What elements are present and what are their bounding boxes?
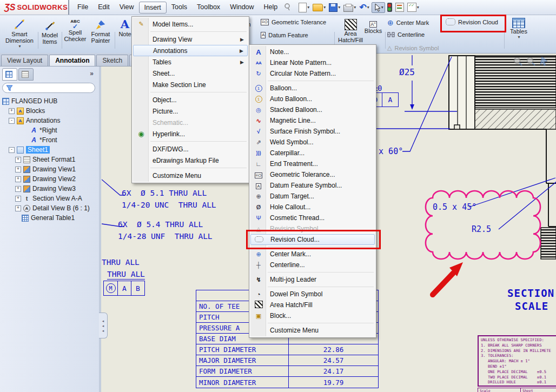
expand-toggle[interactable]: + bbox=[15, 167, 21, 172]
tree-item-detail-view[interactable]: + A Detail View B (6 : 1) bbox=[15, 203, 90, 213]
format-painter-button[interactable]: Format Painter bbox=[88, 19, 114, 44]
tab-view-layout[interactable]: View Layout bbox=[1, 55, 48, 66]
submenu-item-linear-note-pattern[interactable]: AALinear Note Pattern... bbox=[250, 57, 375, 68]
print-button[interactable]: ▾ bbox=[342, 3, 357, 12]
save-button[interactable]: ▾ bbox=[328, 3, 341, 12]
tree-item-drawing-view2[interactable]: + Drawing View2 bbox=[15, 174, 76, 184]
expand-toggle[interactable]: + bbox=[15, 157, 21, 163]
revision-symbol-button[interactable]: △ Revision Symbol bbox=[387, 44, 439, 51]
tree-item-section-view[interactable]: + t Section View A-A bbox=[15, 194, 82, 203]
undo-button[interactable]: ↶▾ bbox=[358, 3, 370, 12]
hole-callout-1-line1[interactable]: 6X Ø 5.1 THRU ALL bbox=[122, 189, 207, 197]
tables-button[interactable]: Tables ▾ bbox=[506, 18, 531, 39]
submenu-item-datum-feature-symbol[interactable]: ADatum Feature Symbol... bbox=[250, 180, 375, 191]
panel-expand-chevron[interactable]: » bbox=[90, 70, 94, 77]
submenu-item-datum-target[interactable]: ⊕Datum Target... bbox=[250, 191, 375, 202]
tree-item-blocks[interactable]: + A Blocks bbox=[9, 106, 45, 116]
tree-item-drawing-view3[interactable]: + Drawing View3 bbox=[15, 184, 76, 194]
smart-dimension-caret[interactable]: ▾ bbox=[18, 44, 21, 49]
tree-item-drawing-view1[interactable]: + Drawing View1 bbox=[15, 164, 76, 174]
new-document-button[interactable]: ▾ bbox=[297, 2, 310, 13]
revision-cloud-button[interactable]: Revision Cloud bbox=[446, 18, 498, 25]
submenu-item-multi-jog-leader[interactable]: ↯Multi-jog Leader bbox=[250, 274, 375, 285]
expand-toggle[interactable]: + bbox=[15, 205, 21, 211]
menu-item-hyperlink[interactable]: ◉ Hyperlink... bbox=[133, 128, 248, 139]
menu-window[interactable]: Window bbox=[225, 2, 259, 14]
submenu-item-magnetic-line[interactable]: ∿Magnetic Line... bbox=[250, 115, 375, 126]
performance-button[interactable] bbox=[386, 2, 393, 12]
hole-callout-1-line2[interactable]: 1/4-20 UNC THRU ALL bbox=[122, 201, 216, 209]
menu-item-customize-menu[interactable]: Customize Menu bbox=[133, 170, 248, 181]
submenu-item-hole-callout[interactable]: ØHole Callout... bbox=[250, 202, 375, 212]
menu-view[interactable]: View bbox=[115, 2, 139, 14]
submenu-item-cosmetic-thread[interactable]: ΨCosmetic Thread... bbox=[250, 212, 375, 223]
feature-tree-tab[interactable] bbox=[2, 68, 17, 81]
menu-item-edrawings-markup[interactable]: eDrawings Markup File bbox=[133, 155, 248, 166]
menu-item-make-section-line[interactable]: Make Section Line bbox=[133, 79, 248, 90]
submenu-item-center-mark[interactable]: ⊕Center Mark... bbox=[250, 249, 375, 260]
tree-item-sheet1[interactable]: - Sheet1 bbox=[9, 145, 50, 155]
submenu-item-balloon[interactable]: 1Balloon... bbox=[250, 83, 375, 94]
submenu-item-centerline[interactable]: ┼Centerline... bbox=[250, 260, 375, 270]
centerline-button[interactable]: Centerline bbox=[387, 31, 425, 38]
hole-callout-2-line1[interactable]: 6X Ø 5.4 THRU ALL bbox=[118, 220, 203, 229]
menu-item-sheet[interactable]: Sheet... bbox=[133, 68, 248, 79]
open-button[interactable]: ▾ bbox=[312, 3, 327, 12]
submenu-item-revision-cloud[interactable]: Revision Cloud... bbox=[250, 234, 375, 245]
hole-callout-2-line2[interactable]: 1/4-28 UNF THRU ALL bbox=[118, 232, 213, 241]
datum-feature-control-frame[interactable]: M A B bbox=[103, 281, 145, 296]
expand-toggle[interactable]: + bbox=[9, 108, 15, 114]
expand-toggle[interactable]: + bbox=[15, 196, 21, 202]
submenu-item-caterpillar[interactable]: )))Caterpillar... bbox=[250, 148, 375, 158]
thru-all-note-2[interactable]: THRU ALL bbox=[107, 270, 145, 280]
select-tool-button[interactable]: ▾ bbox=[372, 2, 385, 13]
submenu-item-weld-symbol[interactable]: ⇗Weld Symbol... bbox=[250, 137, 375, 148]
submenu-item-block[interactable]: ▣Block... bbox=[250, 310, 375, 321]
expand-toggle[interactable]: + bbox=[15, 176, 21, 182]
submenu-item-end-treatment[interactable]: ∟End Treatment... bbox=[250, 158, 375, 169]
submenu-item-note[interactable]: ANote... bbox=[250, 46, 375, 57]
submenu-item-dowel-pin-symbol[interactable]: ◔Dowel Pin Symbol bbox=[250, 289, 375, 300]
submenu-item-circular-note-pattern[interactable]: ↻Circular Note Pattern... bbox=[250, 68, 375, 79]
geometric-tolerance-button[interactable]: ≡O Geometric Tolerance bbox=[261, 19, 326, 25]
menu-file[interactable]: File bbox=[72, 2, 93, 14]
tree-root[interactable]: FLANGED HUB bbox=[2, 96, 57, 106]
menu-item-dxf-dwg[interactable]: DXF/DWG... bbox=[133, 143, 248, 155]
submenu-item-area-hatch-fill[interactable]: Area Hatch/Fill bbox=[250, 300, 375, 310]
menu-tools[interactable]: Tools bbox=[167, 2, 192, 14]
menu-toolbox[interactable]: Toolbox bbox=[192, 2, 225, 14]
thru-all-note-1[interactable]: THRU ALL bbox=[102, 258, 140, 267]
menu-item-picture[interactable]: Picture... bbox=[133, 105, 248, 117]
tree-item-general-table[interactable]: General Table1 bbox=[22, 213, 75, 223]
blocks-button[interactable]: A° Blocks bbox=[361, 21, 385, 34]
rebuild-button[interactable] bbox=[394, 2, 405, 12]
tree-item-sheet-format1[interactable]: + Sheet Format1 bbox=[15, 155, 75, 164]
tree-item-right[interactable]: A *Right bbox=[30, 125, 57, 135]
tab-sketch[interactable]: Sketch bbox=[96, 55, 128, 66]
tables-caret[interactable]: ▾ bbox=[518, 35, 520, 39]
options-button[interactable]: ▾ bbox=[406, 2, 420, 12]
expand-toggle[interactable]: - bbox=[9, 118, 15, 124]
tree-filter-input[interactable] bbox=[2, 83, 95, 93]
submenu-item-customize-menu[interactable]: Customize Menu bbox=[250, 325, 375, 336]
menu-item-tables[interactable]: Tables▶ bbox=[133, 56, 248, 68]
diameter-dimension[interactable]: Ø25 bbox=[399, 67, 415, 77]
submenu-item-surface-finish[interactable]: √Surface Finish Symbol... bbox=[250, 126, 375, 137]
expand-toggle[interactable]: - bbox=[9, 147, 15, 153]
cloud-chamfer-dimension[interactable]: 0.5 x 45° bbox=[433, 202, 476, 212]
menu-item-model-items[interactable]: ✎ Model Items... bbox=[133, 18, 248, 30]
expand-toggle[interactable]: + bbox=[15, 186, 21, 192]
menu-item-annotations[interactable]: Annotations▶ bbox=[133, 45, 248, 56]
cloud-radius-dimension[interactable]: R2.5 bbox=[472, 224, 491, 234]
submenu-item-geometric-tolerance[interactable]: ≡OGeometric Tolerance... bbox=[250, 169, 375, 180]
tree-item-annotations[interactable]: - A Annotations bbox=[9, 116, 60, 125]
pin-menu-icon[interactable] bbox=[283, 3, 291, 14]
spell-checker-button[interactable]: ABC ✓ Spell Checker bbox=[63, 19, 88, 42]
menu-help[interactable]: Help bbox=[259, 2, 283, 14]
property-manager-tab[interactable] bbox=[18, 68, 34, 81]
submenu-item-auto-balloon[interactable]: 1Auto Balloon... bbox=[250, 94, 375, 104]
datum-feature-button[interactable]: A Datum Feature bbox=[261, 32, 308, 38]
model-items-button[interactable]: Model Items bbox=[39, 20, 61, 45]
smart-dimension-button[interactable]: Smart Dimension ▾ bbox=[2, 18, 37, 49]
submenu-item-stacked-balloon[interactable]: ◎Stacked Balloon... bbox=[250, 104, 375, 115]
